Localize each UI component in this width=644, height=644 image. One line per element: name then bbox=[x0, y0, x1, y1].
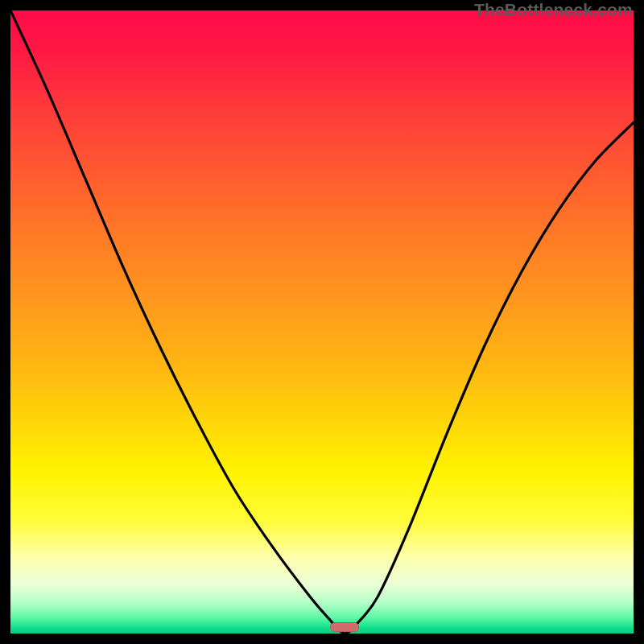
watermark-text: TheBottleneck.com bbox=[474, 0, 633, 19]
bottleneck-curve bbox=[10, 10, 634, 634]
chart-stage: TheBottleneck.com bbox=[0, 0, 644, 644]
minimum-marker bbox=[330, 622, 359, 632]
plot-area bbox=[10, 10, 634, 634]
